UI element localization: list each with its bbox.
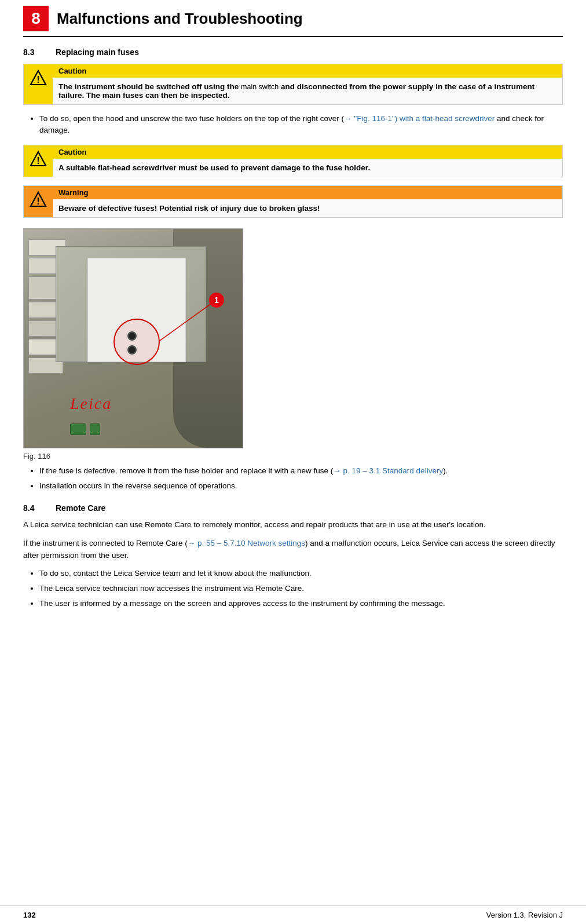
caution-inline-code-1: main switch bbox=[241, 83, 279, 91]
bullet-list-2: If the fuse is defective, remove it from… bbox=[23, 465, 563, 492]
figure-116-container: 1 Leica Fig. 116 bbox=[23, 228, 563, 461]
caution-header-2: Caution bbox=[53, 145, 562, 159]
svg-text:!: ! bbox=[36, 75, 39, 85]
section-number-8-3: 8.3 bbox=[23, 48, 45, 57]
section-number-8-4: 8.4 bbox=[23, 503, 45, 513]
footer-page-number: 132 bbox=[23, 911, 36, 919]
footer-version: Version 1.3, Revision J bbox=[486, 911, 563, 919]
remote-care-bullet-1: To do so, contact the Leica Service team… bbox=[39, 568, 563, 579]
remote-care-para2-before: If the instrument is connected to Remote… bbox=[23, 539, 188, 547]
green-btn-1 bbox=[70, 423, 86, 435]
caution-content-1: Caution The instrument should be switche… bbox=[53, 64, 562, 104]
chapter-header: 8 Malfunctions and Troubleshooting bbox=[23, 0, 563, 37]
section-title-8-4: Remote Care bbox=[56, 503, 105, 513]
caution-header-1: Caution bbox=[53, 64, 562, 78]
leica-logo: Leica bbox=[70, 395, 112, 413]
section-8-3-heading: 8.3 Replacing main fuses bbox=[23, 48, 563, 57]
svg-text:!: ! bbox=[36, 156, 39, 166]
svg-text:!: ! bbox=[36, 196, 39, 206]
bullet-item-2-1: If the fuse is defective, remove it from… bbox=[39, 465, 563, 477]
bottom-buttons bbox=[70, 423, 100, 435]
bullet-list-1: To do so, open the hood and unscrew the … bbox=[23, 113, 563, 137]
caution-box-1: ! Caution The instrument should be switc… bbox=[23, 64, 563, 105]
caution-body-text-before-1: The instrument should be switched off us… bbox=[58, 82, 239, 91]
caution-box-2: ! Caution A suitable flat-head screwdriv… bbox=[23, 145, 563, 177]
bullet-text-before-1: To do so, open the hood and unscrew the … bbox=[39, 114, 344, 123]
page-footer: 132 Version 1.3, Revision J bbox=[0, 905, 586, 924]
caution-icon-col-1: ! bbox=[24, 64, 53, 104]
chapter-number: 8 bbox=[23, 6, 49, 31]
remote-care-bullet-3: The user is informed by a message on the… bbox=[39, 598, 563, 609]
bullet-item-1: To do so, open the hood and unscrew the … bbox=[39, 113, 563, 137]
fuse-dot-2 bbox=[127, 345, 137, 355]
caution-content-2: Caution A suitable flat-head screwdriver… bbox=[53, 145, 562, 177]
figure-116-image: 1 Leica bbox=[23, 228, 243, 448]
remote-care-para-1: A Leica service technician can use Remot… bbox=[23, 518, 563, 531]
bullet-item-2-2: Installation occurs in the reverse seque… bbox=[39, 480, 563, 492]
remote-care-bullets: To do so, contact the Leica Service team… bbox=[23, 568, 563, 610]
green-btn-2 bbox=[90, 423, 100, 435]
standard-delivery-link[interactable]: → p. 19 – 3.1 Standard delivery bbox=[333, 466, 443, 475]
bullet2-text-after: ). bbox=[443, 466, 448, 475]
bullet2-text-before: If the fuse is defective, remove it from… bbox=[39, 466, 333, 475]
remote-care-para-2: If the instrument is connected to Remote… bbox=[23, 537, 563, 562]
fuse-holders-circle bbox=[113, 319, 160, 365]
chapter-title: Malfunctions and Troubleshooting bbox=[57, 10, 303, 28]
network-settings-link[interactable]: → p. 55 – 5.7.10 Network settings bbox=[188, 539, 305, 547]
fuse-dot-1 bbox=[127, 331, 137, 341]
warning-content-1: Warning Beware of defective fuses! Poten… bbox=[53, 186, 562, 217]
figure-116-caption: Fig. 116 bbox=[23, 452, 50, 461]
caution-triangle-icon-2: ! bbox=[30, 150, 47, 167]
remote-care-bullet-2: The Leica service technician now accesse… bbox=[39, 583, 563, 594]
caution-body-2: A suitable flat-head screwdriver must be… bbox=[53, 159, 562, 177]
warning-triangle-icon-1: ! bbox=[30, 191, 47, 208]
fig-116-link[interactable]: → "Fig. 116-1") with a flat-head screwdr… bbox=[344, 114, 495, 123]
section-title-8-3: Replacing main fuses bbox=[56, 48, 139, 57]
caution-triangle-icon-1: ! bbox=[30, 69, 47, 86]
caution-body-1: The instrument should be switched off us… bbox=[53, 78, 562, 104]
caution-icon-col-2: ! bbox=[24, 145, 53, 177]
callout-number-1: 1 bbox=[209, 293, 224, 308]
warning-box-1: ! Warning Beware of defective fuses! Pot… bbox=[23, 185, 563, 218]
section-8-4-heading: 8.4 Remote Care bbox=[23, 503, 563, 513]
warning-header-1: Warning bbox=[53, 186, 562, 199]
warning-icon-col-1: ! bbox=[24, 186, 53, 217]
warning-body-1: Beware of defective fuses! Potential ris… bbox=[53, 199, 562, 217]
